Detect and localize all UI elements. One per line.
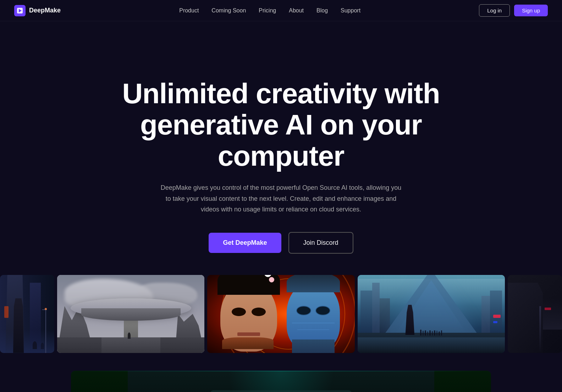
nav-support[interactable]: Support: [341, 7, 360, 13]
gallery-section: [0, 275, 562, 353]
nav-about[interactable]: About: [289, 7, 304, 13]
logo-icon[interactable]: [14, 5, 26, 16]
gallery-item-5: [508, 275, 562, 353]
nav-product[interactable]: Product: [179, 7, 199, 13]
page-wrapper: Unlimited creativity with generative AI …: [0, 0, 562, 392]
gallery-item-4: [358, 275, 505, 353]
bottom-preview: [71, 371, 491, 392]
navbar: DeepMake Product Coming Soon Pricing Abo…: [0, 0, 562, 21]
gallery-item-1: [0, 275, 54, 353]
hero-buttons: Get DeepMake Join Discord: [104, 232, 458, 254]
login-button[interactable]: Log in: [479, 4, 510, 17]
navbar-nav: Product Coming Soon Pricing About Blog S…: [179, 7, 360, 14]
join-discord-button[interactable]: Join Discord: [288, 232, 353, 254]
navbar-logo-section: DeepMake: [14, 5, 61, 16]
brand-name: DeepMake: [29, 7, 61, 14]
gallery-item-3: [207, 275, 354, 353]
nav-blog[interactable]: Blog: [316, 7, 328, 13]
gallery-item-2: [57, 275, 204, 353]
hero-section: Unlimited creativity with generative AI …: [0, 21, 562, 275]
bottom-preview-section: [0, 371, 562, 392]
navbar-actions: Log in Sign up: [479, 4, 548, 17]
hero-content: Unlimited creativity with generative AI …: [104, 43, 458, 275]
hero-subtitle: DeepMake gives you control of the most p…: [160, 182, 402, 215]
nav-pricing[interactable]: Pricing: [259, 7, 276, 13]
get-deepmake-button[interactable]: Get DeepMake: [209, 233, 281, 253]
hero-title: Unlimited creativity with generative AI …: [104, 78, 458, 172]
nav-coming-soon[interactable]: Coming Soon: [211, 7, 246, 13]
signup-button[interactable]: Sign up: [514, 5, 548, 16]
